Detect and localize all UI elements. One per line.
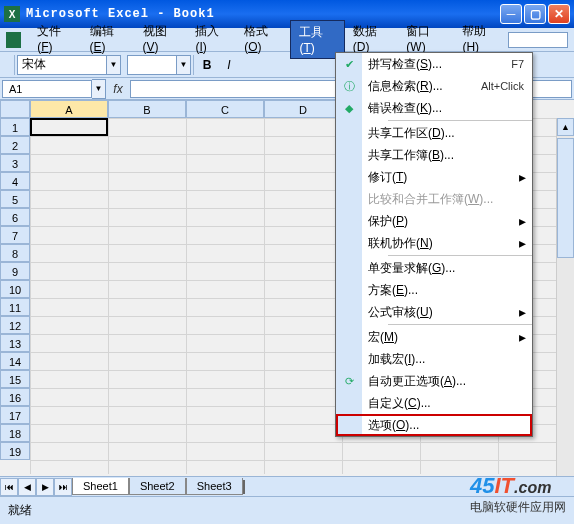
status-bar: 就绪 — [0, 496, 574, 524]
font-selector[interactable]: 宋体 — [17, 55, 107, 75]
menu-item-联机协作[interactable]: 联机协作(N)▸ — [336, 232, 532, 254]
active-cell-indicator — [30, 118, 108, 136]
help-search-input[interactable] — [508, 32, 568, 48]
row-header[interactable]: 18 — [0, 424, 30, 442]
tab-nav-last[interactable]: ⏭ — [54, 478, 72, 496]
fx-button[interactable]: fx — [106, 82, 130, 96]
menu-item-选项[interactable]: 选项(O)... — [336, 414, 532, 436]
menu-item-加载宏[interactable]: 加载宏(I)... — [336, 348, 532, 370]
scroll-up-button[interactable]: ▲ — [557, 118, 574, 136]
window-title: Microsoft Excel - Book1 — [26, 7, 500, 21]
row-header[interactable]: 15 — [0, 370, 30, 388]
menubar: 文件(F)编辑(E)视图(V)插入(I)格式(O)工具(T)数据(D)窗口(W)… — [0, 28, 574, 52]
italic-button[interactable]: I — [218, 54, 240, 76]
name-box[interactable]: A1 — [2, 80, 92, 98]
menu-item-自定义[interactable]: 自定义(C)... — [336, 392, 532, 414]
row-header[interactable]: 10 — [0, 280, 30, 298]
maximize-button[interactable]: ▢ — [524, 4, 546, 24]
menu-item-保护[interactable]: 保护(P)▸ — [336, 210, 532, 232]
menu-item-共享工作簿[interactable]: 共享工作簿(B)... — [336, 144, 532, 166]
tools-menu-dropdown: ✔拼写检查(S)...F7ⓘ信息检索(R)...Alt+Click◆错误检查(K… — [335, 52, 533, 437]
column-header[interactable]: D — [264, 100, 342, 118]
row-header[interactable]: 8 — [0, 244, 30, 262]
menu-item-共享工作区[interactable]: 共享工作区(D)... — [336, 122, 532, 144]
close-button[interactable]: ✕ — [548, 4, 570, 24]
menu-item-公式审核[interactable]: 公式审核(U)▸ — [336, 301, 532, 323]
row-header[interactable]: 4 — [0, 172, 30, 190]
tab-nav-first[interactable]: ⏮ — [0, 478, 18, 496]
menu-item-比较和合并工作簿: 比较和合并工作簿(W)... — [336, 188, 532, 210]
tab-nav-prev[interactable]: ◀ — [18, 478, 36, 496]
fontsize-dropdown-icon[interactable]: ▼ — [177, 55, 191, 75]
menu-视图[interactable]: 视图(V) — [135, 20, 188, 59]
tab-nav-next[interactable]: ▶ — [36, 478, 54, 496]
sheet-tab[interactable]: Sheet2 — [129, 478, 186, 495]
menu-item-修订[interactable]: 修订(T)▸ — [336, 166, 532, 188]
row-header[interactable]: 14 — [0, 352, 30, 370]
row-header[interactable]: 9 — [0, 262, 30, 280]
menu-item-自动更正选项[interactable]: ⟳自动更正选项(A)... — [336, 370, 532, 392]
menu-格式[interactable]: 格式(O) — [236, 20, 290, 59]
namebox-dropdown-icon[interactable]: ▼ — [92, 79, 106, 99]
row-header[interactable]: 5 — [0, 190, 30, 208]
vertical-scrollbar[interactable]: ▲ — [556, 118, 574, 476]
menu-item-宏[interactable]: 宏(M)▸ — [336, 326, 532, 348]
row-header[interactable]: 3 — [0, 154, 30, 172]
menu-item-方案[interactable]: 方案(E)... — [336, 279, 532, 301]
row-header[interactable]: 7 — [0, 226, 30, 244]
row-header[interactable]: 6 — [0, 208, 30, 226]
row-header[interactable]: 2 — [0, 136, 30, 154]
row-header[interactable]: 1 — [0, 118, 30, 136]
row-header[interactable]: 13 — [0, 334, 30, 352]
font-dropdown-icon[interactable]: ▼ — [107, 55, 121, 75]
menu-编辑[interactable]: 编辑(E) — [82, 20, 135, 59]
menu-文件[interactable]: 文件(F) — [29, 20, 81, 59]
column-header[interactable]: C — [186, 100, 264, 118]
menu-item-拼写检查[interactable]: ✔拼写检查(S)...F7 — [336, 53, 532, 75]
row-header[interactable]: 16 — [0, 388, 30, 406]
column-header[interactable]: B — [108, 100, 186, 118]
select-all-corner[interactable] — [0, 100, 30, 118]
sheet-tab-strip: ⏮ ◀ ▶ ⏭ Sheet1Sheet2Sheet3 — [0, 476, 574, 496]
fontsize-selector[interactable] — [127, 55, 177, 75]
column-header[interactable]: A — [30, 100, 108, 118]
bold-button[interactable]: B — [196, 54, 218, 76]
scroll-thumb[interactable] — [557, 138, 574, 258]
sheet-tab[interactable]: Sheet1 — [72, 478, 129, 495]
row-header[interactable]: 19 — [0, 442, 30, 460]
status-text: 就绪 — [8, 502, 32, 519]
row-header[interactable]: 12 — [0, 316, 30, 334]
menu-item-信息检索[interactable]: ⓘ信息检索(R)...Alt+Click — [336, 75, 532, 97]
menu-item-错误检查[interactable]: ◆错误检查(K)... — [336, 97, 532, 119]
excel-app-icon: X — [4, 6, 20, 22]
menu-item-单变量求解[interactable]: 单变量求解(G)... — [336, 257, 532, 279]
row-header[interactable]: 17 — [0, 406, 30, 424]
row-header[interactable]: 11 — [0, 298, 30, 316]
document-icon — [6, 32, 21, 48]
sheet-tab[interactable]: Sheet3 — [186, 478, 243, 495]
